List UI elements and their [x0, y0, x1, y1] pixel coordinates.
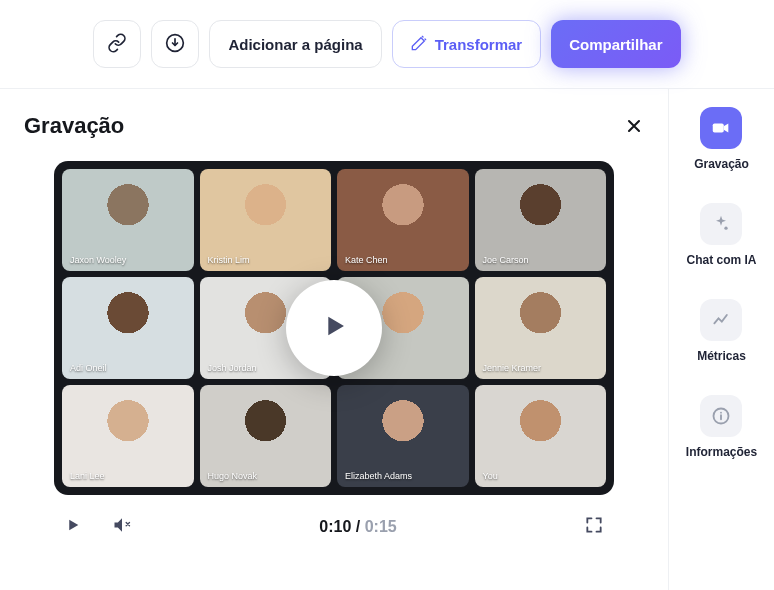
info-icon [700, 395, 742, 437]
participant-tile: Jennie Kramer [475, 277, 607, 379]
right-sidebar: Gravação Chat com IA Métricas Informaçõe… [669, 89, 774, 590]
participant-name: Lani Lee [70, 471, 105, 481]
video-camera-icon [700, 107, 742, 149]
current-time: 0:10 [319, 518, 351, 535]
participant-name: Elizabeth Adams [345, 471, 412, 481]
participant-name: Joe Carson [483, 255, 529, 265]
participant-tile: Adi Oneil [62, 277, 194, 379]
transform-label: Transformar [435, 36, 523, 53]
transform-button[interactable]: Transformar [392, 20, 542, 68]
duration: 0:15 [365, 518, 397, 535]
volume-muted-icon [112, 521, 132, 538]
add-page-label: Adicionar a página [228, 36, 362, 53]
participant-tile: Joe Carson [475, 169, 607, 271]
participant-name: Josh Jordan [208, 363, 257, 373]
link-icon [107, 33, 127, 56]
play-overlay-button[interactable] [286, 280, 382, 376]
add-page-button[interactable]: Adicionar a página [209, 20, 381, 68]
participant-tile: Jaxon Wooley [62, 169, 194, 271]
play-icon [64, 520, 82, 537]
svg-point-2 [725, 227, 728, 230]
close-button[interactable] [624, 116, 644, 136]
chart-icon [700, 299, 742, 341]
time-display: 0:10 / 0:15 [319, 518, 396, 536]
sparkle-icon [700, 203, 742, 245]
sidebar-item-ai-chat[interactable]: Chat com IA [686, 203, 756, 267]
participant-tile: You [475, 385, 607, 487]
top-toolbar: Adicionar a página Transformar Compartil… [0, 0, 774, 89]
participant-name: Kristin Lim [208, 255, 250, 265]
participant-tile: Lani Lee [62, 385, 194, 487]
participant-tile: Hugo Novak [200, 385, 332, 487]
panel-title: Gravação [24, 113, 124, 139]
play-button[interactable] [64, 516, 82, 538]
sidebar-item-label: Informações [686, 445, 757, 459]
link-button[interactable] [93, 20, 141, 68]
video-controls: 0:10 / 0:15 [54, 515, 614, 549]
svg-rect-1 [713, 123, 724, 132]
sidebar-item-recording[interactable]: Gravação [694, 107, 749, 171]
participant-name: Adi Oneil [70, 363, 107, 373]
sidebar-item-label: Gravação [694, 157, 749, 171]
participant-name: You [483, 471, 498, 481]
video-player[interactable]: Jaxon Wooley Kristin Lim Kate Chen Joe C… [54, 161, 614, 495]
sidebar-item-metrics[interactable]: Métricas [697, 299, 746, 363]
download-button[interactable] [151, 20, 199, 68]
share-button[interactable]: Compartilhar [551, 20, 680, 68]
play-icon [317, 309, 351, 347]
sidebar-item-label: Chat com IA [686, 253, 756, 267]
participant-name: Hugo Novak [208, 471, 258, 481]
participant-tile: Kate Chen [337, 169, 469, 271]
participant-tile: Kristin Lim [200, 169, 332, 271]
fullscreen-icon [584, 521, 604, 538]
recording-panel: Gravação Jaxon Wooley Kristin Lim Kate C… [0, 89, 669, 590]
participant-name: Jaxon Wooley [70, 255, 126, 265]
participant-name: Kate Chen [345, 255, 388, 265]
mute-button[interactable] [112, 515, 132, 539]
participant-tile: Elizabeth Adams [337, 385, 469, 487]
sidebar-item-label: Métricas [697, 349, 746, 363]
close-icon [624, 122, 644, 139]
download-icon [165, 33, 185, 56]
sidebar-item-info[interactable]: Informações [686, 395, 757, 459]
fullscreen-button[interactable] [584, 515, 604, 539]
participant-name: Jennie Kramer [483, 363, 542, 373]
share-label: Compartilhar [569, 36, 662, 53]
wand-icon [411, 35, 427, 54]
